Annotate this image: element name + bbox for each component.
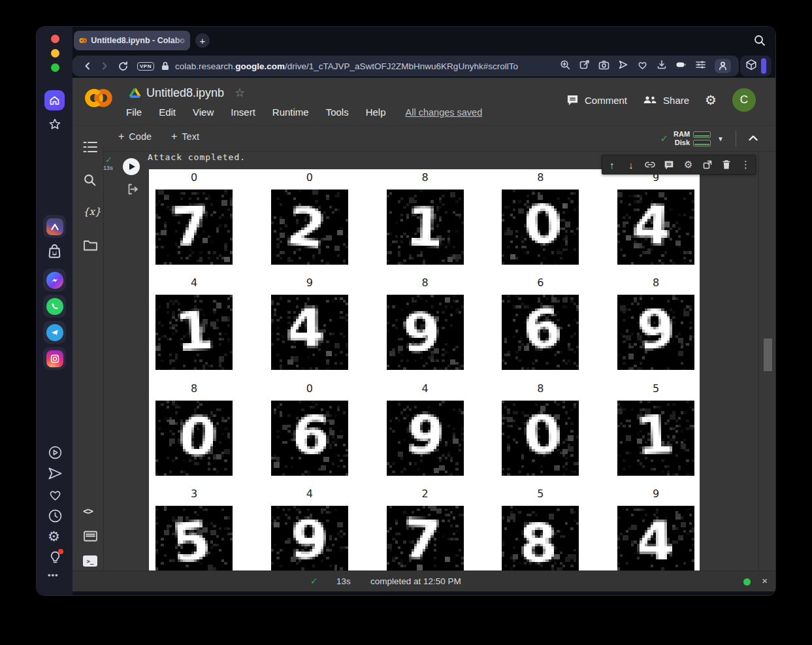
menu-view[interactable]: View [193,107,214,118]
tab-title: Untitled8.ipynb - Colabo [91,36,185,45]
table-of-contents-icon[interactable] [83,141,98,156]
resources-caret-icon[interactable]: ▼ [717,135,724,142]
back-icon[interactable] [84,61,91,71]
cell-settings-gear-icon[interactable]: ⚙ [680,159,697,171]
menu-insert[interactable]: Insert [231,107,255,118]
new-tab-button[interactable]: + [195,33,210,48]
terminal-icon[interactable]: >_ [83,555,97,567]
more-options-kebab-icon[interactable]: ⋮ [737,159,754,171]
media-play-circle-icon[interactable] [48,445,63,460]
battery-pill-icon[interactable] [675,59,687,73]
url-text[interactable]: colab.research.google.com/drive/1_cTAJVP… [175,61,518,71]
send-plane-icon[interactable] [47,465,63,482]
figure-predicted-label: 0 [271,382,348,395]
play-icon [129,163,135,170]
resources-area[interactable]: ✓ RAMDisk ▼ [660,127,758,150]
home-icon[interactable] [44,90,65,110]
saved-status[interactable]: All changes saved [406,107,483,118]
cell-output-text: Attack completed. [148,152,246,162]
zoom-in-icon[interactable] [560,59,571,73]
mnist-digit-image [617,506,694,572]
comment-cell-icon[interactable] [660,160,677,170]
figure-predicted-label: 8 [387,276,464,289]
collapse-header-chevron-icon[interactable] [748,133,758,144]
ram-disk-indicator[interactable]: RAMDisk [674,130,711,147]
notebook-title-row: Untitled8.ipynb ☆ [129,86,245,100]
figure-predicted-label: 5 [502,488,579,500]
delete-cell-trash-icon[interactable] [718,159,735,170]
runtime-ok-check-icon: ✓ [660,133,668,144]
send-icon[interactable] [618,59,628,73]
figure-predicted-label: 6 [502,276,579,289]
add-code-button[interactable]: +Code [118,131,152,142]
add-text-button[interactable]: +Text [171,131,199,142]
app-icon-arc[interactable] [43,215,66,238]
code-snippets-icon[interactable]: <> [83,506,93,516]
divider [758,151,759,571]
star-notebook-icon[interactable]: ☆ [235,86,245,100]
heart-icon[interactable] [637,59,648,73]
heart-icon[interactable] [48,488,63,503]
download-icon[interactable] [657,59,667,73]
tab-bar: Untitled8.ipynb - Colabo + [73,27,775,54]
lightbulb-icon[interactable] [48,550,63,565]
variables-icon[interactable]: {x} [83,206,101,218]
status-close-icon[interactable]: × [762,575,768,586]
files-folder-icon[interactable] [83,239,98,254]
find-replace-icon[interactable] [83,173,97,190]
run-cell-button[interactable] [123,158,140,175]
menu-tools[interactable]: Tools [326,107,349,118]
header-actions: Comment Share ⚙ C [566,88,756,112]
minimize-window-button[interactable] [51,49,59,58]
close-window-button[interactable] [51,35,59,43]
link-cell-icon[interactable] [641,159,658,170]
more-ellipsis-icon[interactable]: ••• [48,571,59,580]
menu-edit[interactable]: Edit [159,107,176,118]
app-icon-telegram[interactable] [43,321,66,344]
figure-predicted-label: 9 [271,276,348,289]
vpn-badge[interactable]: VPN [137,62,154,71]
move-cell-down-icon[interactable]: ↓ [623,159,640,171]
share-button[interactable]: Share [643,95,689,106]
menu-help[interactable]: Help [366,107,386,118]
tab-colab[interactable]: Untitled8.ipynb - Colabo [74,31,190,50]
app-icon-messenger[interactable] [43,269,66,291]
comment-button[interactable]: Comment [566,94,627,106]
settings-gear-icon[interactable]: ⚙ [705,92,717,108]
search-icon[interactable] [753,34,766,50]
sliders-icon[interactable] [695,59,706,73]
sidebar-toggle-pill[interactable] [761,58,766,74]
settings-gear-icon[interactable]: ⚙ [48,529,60,544]
forward-icon[interactable] [101,61,108,71]
move-cell-up-icon[interactable]: ↑ [604,159,621,171]
mnist-digit-image [155,295,233,370]
mnist-digit-image [502,506,579,572]
avatar[interactable]: C [732,88,756,112]
camera-icon[interactable] [598,60,609,73]
notebook-scrollbar-thumb[interactable] [764,339,772,371]
favorites-star-icon[interactable] [47,117,63,133]
menu-runtime[interactable]: Runtime [272,107,309,118]
cell-exec-time: 13s [103,165,113,171]
open-output-icon[interactable] [126,182,140,199]
app-icon-instagram[interactable] [43,347,66,370]
copy-cell-icon[interactable] [699,159,716,170]
profile-person-icon[interactable] [715,59,731,73]
menu-file[interactable]: File [126,107,142,118]
history-clock-icon[interactable] [48,508,63,523]
figure-predicted-label: 8 [387,171,464,184]
url-row: VPN colab.research.google.com/drive/1_cT… [73,54,775,78]
notification-dot [58,549,63,554]
notebook-title[interactable]: Untitled8.ipynb [146,86,224,100]
figure-predicted-label: 8 [502,171,579,184]
edit-share-icon[interactable] [579,59,590,73]
app-icon-whatsapp[interactable] [43,295,66,318]
extension-cube-icon[interactable] [745,59,757,73]
lock-icon [161,61,170,71]
matplotlib-figure: 00889498688048534259 [149,169,700,572]
zoom-window-button[interactable] [51,63,59,72]
command-palette-icon[interactable] [83,530,98,545]
url-bar[interactable]: VPN colab.research.google.com/drive/1_cT… [73,56,739,76]
app-store-bag-icon[interactable] [46,243,63,259]
refresh-icon[interactable] [118,61,129,72]
